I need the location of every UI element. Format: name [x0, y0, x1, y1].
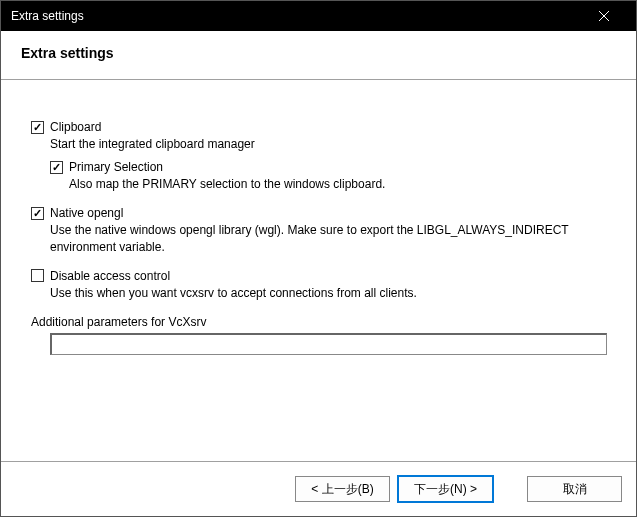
close-button[interactable] — [581, 1, 626, 31]
titlebar: Extra settings — [1, 1, 636, 31]
clipboard-label: Clipboard — [50, 120, 101, 134]
disable-access-control-label: Disable access control — [50, 269, 170, 283]
native-opengl-checkbox-row[interactable]: Native opengl — [31, 206, 606, 220]
button-spacer — [501, 476, 519, 502]
back-button[interactable]: < 上一步(B) — [295, 476, 390, 502]
dialog-window: Extra settings Extra settings Clipboard … — [0, 0, 637, 517]
primary-selection-label: Primary Selection — [69, 160, 163, 174]
dialog-footer: < 上一步(B) 下一步(N) > 取消 — [1, 461, 636, 516]
primary-selection-checkbox[interactable] — [50, 161, 63, 174]
additional-params-label: Additional parameters for VcXsrv — [31, 315, 606, 329]
close-icon — [599, 11, 609, 21]
clipboard-checkbox-row[interactable]: Clipboard — [31, 120, 606, 134]
additional-params-input[interactable] — [50, 333, 607, 355]
primary-selection-option: Primary Selection Also map the PRIMARY s… — [50, 160, 606, 192]
native-opengl-option: Native opengl Use the native windows ope… — [31, 206, 606, 254]
titlebar-title: Extra settings — [11, 9, 581, 23]
clipboard-option: Clipboard Start the integrated clipboard… — [31, 120, 606, 192]
native-opengl-label: Native opengl — [50, 206, 123, 220]
cancel-button[interactable]: 取消 — [527, 476, 622, 502]
additional-params-block: Additional parameters for VcXsrv — [31, 315, 606, 355]
page-title: Extra settings — [21, 45, 616, 61]
native-opengl-description: Use the native windows opengl library (w… — [50, 222, 606, 254]
disable-access-control-option: Disable access control Use this when you… — [31, 269, 606, 301]
primary-selection-checkbox-row[interactable]: Primary Selection — [50, 160, 606, 174]
primary-selection-description: Also map the PRIMARY selection to the wi… — [69, 176, 606, 192]
dialog-content: Clipboard Start the integrated clipboard… — [1, 80, 636, 461]
native-opengl-checkbox[interactable] — [31, 207, 44, 220]
next-button[interactable]: 下一步(N) > — [398, 476, 493, 502]
clipboard-checkbox[interactable] — [31, 121, 44, 134]
disable-access-control-checkbox-row[interactable]: Disable access control — [31, 269, 606, 283]
disable-access-control-description: Use this when you want vcxsrv to accept … — [50, 285, 606, 301]
dialog-header: Extra settings — [1, 31, 636, 80]
disable-access-control-checkbox[interactable] — [31, 269, 44, 282]
clipboard-description: Start the integrated clipboard manager — [50, 136, 606, 152]
